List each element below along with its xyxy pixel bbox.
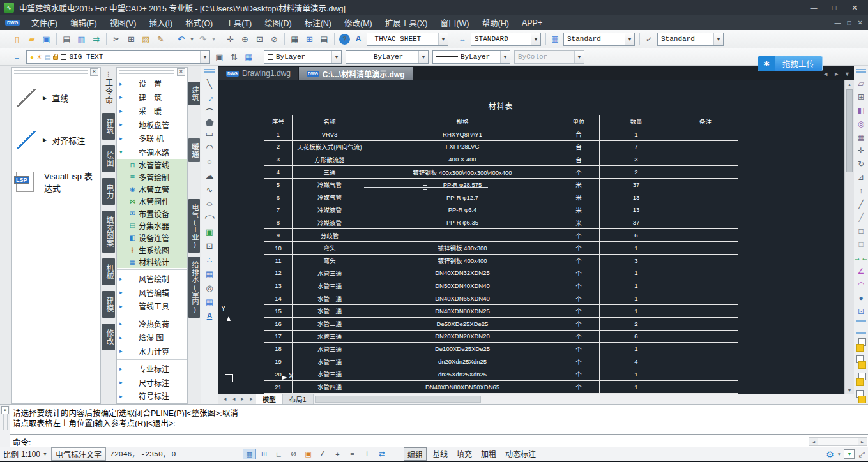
cmd-water-pipe[interactable]: ⊓ 水管管线 <box>117 159 187 171</box>
group-pipe-tools[interactable]: ▸ 管线工具 <box>117 299 187 313</box>
toolbar-grip[interactable] <box>3 33 6 45</box>
menu-item[interactable]: 工具(T) <box>219 15 258 30</box>
cut-button[interactable]: ✂ <box>109 32 124 46</box>
recent-command-line[interactable]: ▶ 直线 <box>12 77 100 119</box>
open-file-button[interactable]: ▰ <box>24 32 39 46</box>
point-tool-icon[interactable]: ∴ <box>202 253 217 267</box>
settings-gear-icon[interactable]: ⚙ <box>826 449 834 459</box>
rail-tab[interactable]: 建模 <box>102 291 115 318</box>
group-dim-annotation[interactable]: ▸ 尺寸标注 <box>117 376 187 390</box>
ellipse-arc-tool-icon[interactable]: ◠ <box>199 211 220 225</box>
help-button[interactable]: ? <box>339 34 350 45</box>
group-architecture[interactable]: ▸ 建 筑 <box>117 91 187 105</box>
scrollbar-thumb[interactable] <box>846 89 853 172</box>
command-window[interactable]: × 请选择要统计的内容后按确定[选取闭合PLINE(P)]<整张图>:取消请点取… <box>0 404 868 447</box>
rail-tab[interactable]: 绘图 <box>102 145 115 172</box>
drag-upload-button[interactable]: ✱ 拖拽上传 <box>758 56 823 71</box>
layout-first-icon[interactable]: ◄ <box>220 396 229 402</box>
menu-item[interactable]: 视图(V) <box>103 15 143 30</box>
scale-selector[interactable]: 比例 1:100 ▼ <box>3 449 47 459</box>
document-minimize-button[interactable]: — <box>835 19 841 26</box>
bring-above-objects-icon[interactable] <box>856 373 866 386</box>
rectangle-tool-icon[interactable]: ▭ <box>202 126 217 140</box>
cmd-place-equipment[interactable]: ✉ 布置设备 <box>117 207 187 220</box>
layer-properties-button[interactable]: ≡ <box>10 50 24 64</box>
doc-tab-drawing1[interactable]: DWG Drawing1.dwg <box>218 67 298 80</box>
fillet-tool-icon[interactable]: ◠ <box>854 278 868 291</box>
group-duct-draw[interactable]: ▸ 风管绘制 <box>117 272 187 286</box>
fullscreen-icon[interactable]: ⤢ <box>858 450 865 459</box>
text-style-combo[interactable]: _THVAC_SHEET ▼ <box>367 33 448 46</box>
tab-scroll-left-icon[interactable]: ◄ <box>823 71 828 77</box>
mode-fill[interactable]: 填充 <box>453 447 475 461</box>
stretch-tool-icon[interactable]: ↑ <box>854 184 868 197</box>
undo-dropdown-arrow[interactable]: ▾ <box>188 32 195 46</box>
cmd-manifold[interactable]: ▤ 分集水器 <box>117 220 187 232</box>
command-scrollbar[interactable]: ◄ ► <box>809 437 867 446</box>
recent-command-visuallisp[interactable]: VisualLisp 表达式 <box>12 161 100 203</box>
zoom-window-button[interactable]: ⊡ <box>252 32 267 46</box>
menu-item[interactable]: 编辑(E) <box>64 15 103 30</box>
lineweight-toggle[interactable]: ≡ <box>346 449 359 459</box>
table-tool-icon[interactable]: ▦ <box>202 295 217 309</box>
scroll-left-icon[interactable]: ◄ <box>809 440 818 444</box>
tool-palettes-button[interactable]: ⊞ <box>302 32 317 46</box>
rail-tab[interactable]: 填充图案 <box>102 211 115 253</box>
window-minimize-button[interactable]: — <box>804 2 823 13</box>
toolbar-grip[interactable] <box>3 51 6 63</box>
match-properties-button[interactable]: ✎ <box>153 32 168 46</box>
scrollbar-track[interactable] <box>818 438 858 445</box>
quick-view-button[interactable]: ▼ <box>844 449 855 459</box>
properties-button[interactable]: ▤ <box>317 32 331 46</box>
redo-dropdown-arrow[interactable]: ▾ <box>210 32 217 46</box>
save-file-button[interactable]: ▣ <box>39 32 54 46</box>
paste-button[interactable]: ▨ <box>139 32 153 46</box>
rail-tab[interactable]: 机械 <box>102 258 115 285</box>
menu-item[interactable]: 格式(O) <box>179 15 219 30</box>
trim-tool-icon[interactable]: ╱ <box>854 197 868 211</box>
hatch-tool-icon[interactable]: ▦ <box>202 267 217 281</box>
combo-arrow-icon[interactable]: ▼ <box>625 33 634 45</box>
combo-arrow-icon[interactable]: ▼ <box>438 33 448 45</box>
layer-combo[interactable]: ● ☀ ▤ SIG_TEXT ▼ <box>26 50 210 64</box>
layout-tab-layout1[interactable]: 布局1 <box>283 394 314 404</box>
mirror-tool-icon[interactable]: ◧ <box>854 103 868 117</box>
group-symbol-annotation[interactable]: ▸ 符号标注 <box>117 389 187 403</box>
scroll-down-icon[interactable]: ▼ <box>845 385 854 394</box>
undo-button[interactable]: ↶ <box>174 32 188 46</box>
cmd-material-statistics[interactable]: ▦ 材料统计 <box>117 256 187 268</box>
combo-arrow-icon[interactable]: ▼ <box>200 51 209 63</box>
redo-button[interactable]: ↷ <box>195 32 210 46</box>
menu-item[interactable]: 修改(M) <box>338 15 379 30</box>
join-tool-icon[interactable]: →← <box>854 251 868 264</box>
scale-tool-icon[interactable]: ⊿ <box>854 170 868 184</box>
break-tool-icon[interactable]: □ <box>854 237 868 251</box>
menu-item[interactable]: 标注(N) <box>298 15 338 30</box>
spline-tool-icon[interactable]: ∿ <box>202 183 217 197</box>
copy-button[interactable]: ⊞ <box>124 32 139 46</box>
tab-electrical-industrial[interactable]: 电气(工业) <box>188 199 200 253</box>
layer-previous-button[interactable]: ⇅ <box>227 50 241 64</box>
combo-arrow-icon[interactable]: ▼ <box>418 51 428 63</box>
polar-toggle[interactable]: ⊘ <box>287 449 300 459</box>
menu-item[interactable]: 插入(I) <box>142 15 179 30</box>
menu-item[interactable]: 扩展工具(X) <box>379 15 434 30</box>
calculator-button[interactable]: ▦ <box>287 32 302 46</box>
document-close-button[interactable]: ✕ <box>858 19 863 26</box>
color-combo[interactable]: ByLayer ▼ <box>264 50 342 64</box>
otrack-toggle[interactable]: ∠ <box>316 449 330 459</box>
group-settings[interactable]: ▸ 设 置 <box>117 77 187 91</box>
layout-tab-model[interactable]: 模型 <box>256 394 283 404</box>
model-paper-toggle[interactable]: ⇄ <box>375 449 388 459</box>
new-file-button[interactable]: ▯ <box>10 32 24 46</box>
menu-item[interactable]: 窗口(W) <box>434 15 475 30</box>
rotate-tool-icon[interactable]: ↻ <box>854 157 868 170</box>
scroll-right-icon[interactable]: ► <box>858 440 867 444</box>
tab-scroll-right-icon[interactable]: ► <box>834 71 839 77</box>
insert-block-tool-icon[interactable]: ▣ <box>202 225 217 239</box>
zoom-previous-button[interactable]: ⊘ <box>267 32 282 46</box>
dyn-input-toggle[interactable]: + <box>331 449 344 459</box>
combo-arrow-icon[interactable]: ▼ <box>331 51 341 63</box>
arc-tool-icon[interactable]: ◠ <box>202 140 217 154</box>
recent-command-aligned-dim[interactable]: ▶ 对齐标注 <box>12 119 100 161</box>
